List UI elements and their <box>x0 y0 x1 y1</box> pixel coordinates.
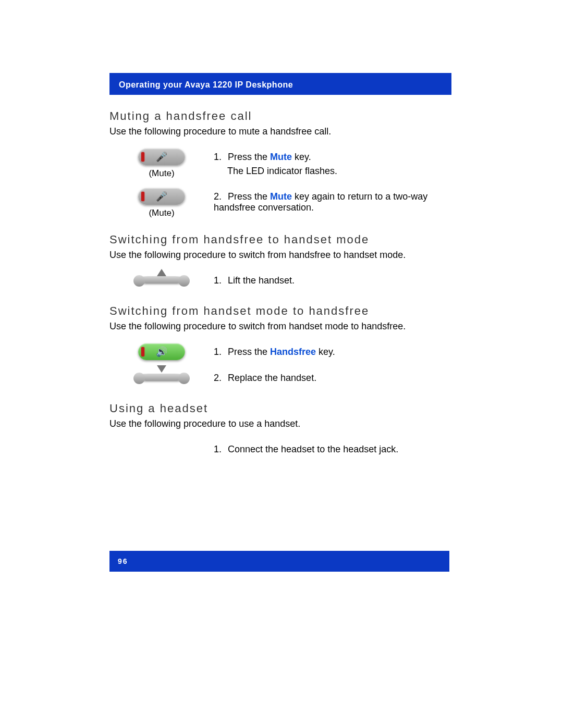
step-number: 2. <box>214 191 225 202</box>
mute-key-icon: 🎤 <box>138 149 185 165</box>
icon-col: 🎤 (Mute) <box>109 149 214 179</box>
section-intro-hs2hf: Use the following procedure to switch fr… <box>109 321 464 332</box>
icon-col <box>109 369 214 387</box>
led-red-icon <box>141 347 144 356</box>
section-intro-hf2hs: Use the following procedure to switch fr… <box>109 250 464 261</box>
step-text-pre: Press the <box>228 191 270 202</box>
step-text: 2. Replace the handset. <box>214 369 464 384</box>
section-title-muting: Muting a handsfree call <box>109 109 464 123</box>
step-text-body: Lift the handset. <box>228 275 295 286</box>
mute-keyword: Mute <box>270 191 292 202</box>
section-title-hs2hf: Switching from handset mode to handsfree <box>109 304 464 318</box>
step-row: 2. Replace the handset. <box>109 369 464 387</box>
mute-key-icon: 🎤 <box>138 188 185 205</box>
step-text-body: Replace the handset. <box>228 373 316 383</box>
step-text: 1. Press the Mute key. The LED indicator… <box>214 149 464 177</box>
handset-lift-icon <box>136 272 188 290</box>
mute-keyword: Mute <box>270 152 292 162</box>
page-number-footer: 96 <box>109 551 449 572</box>
step-text-pre: Press the <box>228 347 270 357</box>
step-text-post: key. <box>292 152 311 162</box>
step-number: 1. <box>214 275 225 286</box>
mute-caption: (Mute) <box>149 168 174 179</box>
handsfree-keyword: Handsfree <box>270 347 316 357</box>
handsfree-key-icon: 🔊 <box>138 343 185 360</box>
section-intro-muting: Use the following procedure to mute a ha… <box>109 126 464 137</box>
page-header: Operating your Avaya 1220 IP Deskphone <box>109 73 451 95</box>
step-text-body: Connect the headset to the headset jack. <box>228 444 398 454</box>
section-title-headset: Using a headset <box>109 402 464 415</box>
icon-col: 🔊 <box>109 343 214 360</box>
led-red-icon <box>141 152 144 162</box>
step-row: 🔊 1. Press the Handsfree key. <box>109 343 464 360</box>
step-text-pre: Press the <box>228 152 270 162</box>
section-title-hf2hs: Switching from handsfree to handset mode <box>109 233 464 246</box>
step-number: 1. <box>214 444 225 455</box>
step-text: 1. Press the Handsfree key. <box>214 343 464 357</box>
step-number: 1. <box>214 347 225 357</box>
handset-replace-icon <box>136 369 188 387</box>
step-text: 2. Press the Mute key again to return to… <box>214 188 464 213</box>
microphone-mute-icon: 🎤 <box>156 151 167 163</box>
step-number: 1. <box>214 152 225 163</box>
document-page: Operating your Avaya 1220 IP Deskphone M… <box>0 0 563 728</box>
led-red-icon <box>141 192 144 201</box>
microphone-mute-icon: 🎤 <box>156 191 167 202</box>
mute-caption: (Mute) <box>149 208 174 218</box>
step-text-line2: The LED indicator flashes. <box>227 166 464 177</box>
arrow-down-icon <box>157 365 166 373</box>
step-row: 🎤 (Mute) 2. Press the Mute key again to … <box>109 188 464 218</box>
step-row: 1. Lift the handset. <box>109 272 464 290</box>
step-number: 2. <box>214 373 225 384</box>
arrow-up-icon <box>157 269 166 276</box>
step-text: 1. Lift the handset. <box>214 272 464 286</box>
section-intro-headset: Use the following procedure to use a han… <box>109 418 464 429</box>
icon-col: 🎤 (Mute) <box>109 188 214 218</box>
step-text: 1. Connect the headset to the headset ja… <box>214 441 464 455</box>
step-text-post: key. <box>316 347 335 357</box>
step-row: 🎤 (Mute) 1. Press the Mute key. The LED … <box>109 149 464 179</box>
icon-col <box>109 272 214 290</box>
step-row: 1. Connect the headset to the headset ja… <box>109 441 464 455</box>
speaker-icon: 🔊 <box>156 346 167 357</box>
